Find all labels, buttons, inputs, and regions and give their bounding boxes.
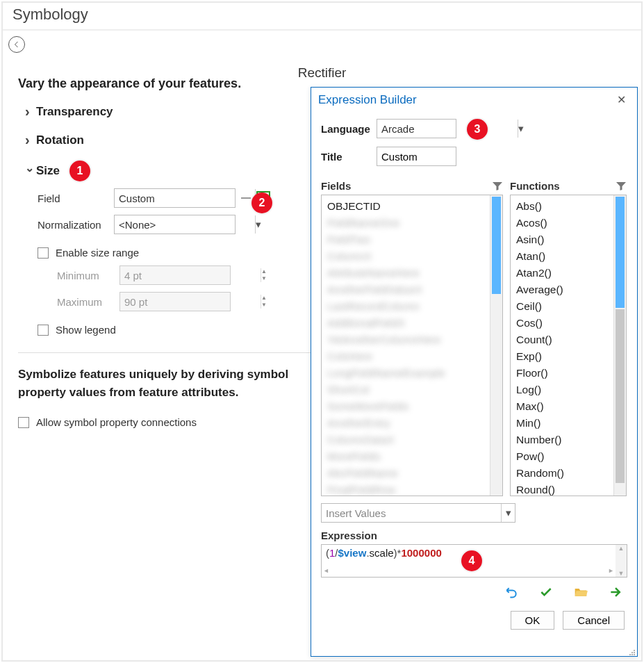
field-combo[interactable]: ▾: [114, 188, 236, 208]
list-item[interactable]: Round(): [515, 482, 609, 496]
list-item[interactable]: Asin(): [515, 231, 609, 248]
normalization-input[interactable]: [115, 219, 255, 231]
title-label: Title: [321, 151, 377, 163]
svg-point-3: [634, 654, 635, 655]
list-item[interactable]: Count(): [515, 332, 609, 348]
list-item[interactable]: FieldTwo: [326, 231, 486, 248]
scrollbar[interactable]: [490, 195, 502, 496]
list-item[interactable]: LongFieldNameExample: [326, 365, 486, 382]
normalization-label: Normalization: [38, 219, 114, 231]
list-item[interactable]: LastRecordColumn: [326, 298, 486, 315]
export-arrow-icon[interactable]: [608, 584, 623, 600]
list-item[interactable]: Abs(): [515, 198, 609, 215]
functions-listbox[interactable]: Abs()Acos()Asin()Atan()Atan2()Average()C…: [510, 195, 627, 496]
enable-size-range-label: Enable size range: [56, 247, 139, 259]
list-item[interactable]: ColsHere: [326, 348, 486, 365]
callout-3: 3: [467, 119, 488, 140]
maximum-spinner: ▲▼: [119, 292, 231, 311]
panel-title: Symbology: [3, 3, 641, 31]
list-item[interactable]: Acos(): [515, 215, 609, 231]
list-item[interactable]: ColumnX: [326, 248, 486, 265]
chevron-right-icon: [25, 104, 36, 120]
normalization-combo[interactable]: ▾: [114, 215, 236, 234]
list-item[interactable]: Atan(): [515, 248, 609, 265]
chevron-right-icon: [25, 132, 36, 148]
list-item[interactable]: Atan2(): [515, 265, 609, 281]
language-combo[interactable]: ▾: [377, 119, 456, 138]
language-label: Language: [321, 123, 377, 135]
svg-point-4: [631, 654, 633, 655]
expression-heading: Expression: [321, 530, 627, 541]
language-input[interactable]: [377, 123, 518, 135]
maximum-input: [120, 296, 261, 308]
list-item[interactable]: Number(): [515, 432, 609, 448]
fields-listbox[interactable]: OBJECTIDFieldNameOneFieldTwoColumnXAttri…: [321, 195, 503, 496]
list-item[interactable]: AnotherFieldValueX: [326, 281, 486, 298]
list-item[interactable]: SomeMoreFields: [326, 398, 486, 415]
list-item[interactable]: AnotherEntry: [326, 415, 486, 432]
back-button[interactable]: [8, 36, 25, 53]
chevron-down-icon: [25, 164, 36, 178]
cancel-button[interactable]: Cancel: [563, 611, 625, 630]
list-item[interactable]: FinalFieldRow: [326, 482, 486, 496]
list-item[interactable]: AdditionalFieldX: [326, 315, 486, 332]
list-item[interactable]: Floor(): [515, 365, 609, 382]
list-item[interactable]: Ceil(): [515, 298, 609, 315]
list-item[interactable]: Min(): [515, 415, 609, 432]
list-item[interactable]: FieldNameOne: [326, 215, 486, 231]
list-item[interactable]: ColumnDataX: [326, 432, 486, 448]
ok-button[interactable]: OK: [511, 611, 555, 630]
expression-builder-dialog: Expression Builder ✕ Language ▾ Title Fi…: [311, 87, 638, 657]
scrollbar[interactable]: [613, 195, 626, 496]
list-item[interactable]: MoreFields: [326, 448, 486, 465]
close-icon[interactable]: ✕: [613, 92, 630, 108]
list-item[interactable]: YetAnotherColumnHere: [326, 332, 486, 348]
layer-name: Rectifier: [3, 65, 641, 81]
validate-icon[interactable]: [538, 584, 554, 600]
spin-up-icon: ▲: [261, 268, 267, 275]
spin-down-icon: ▼: [261, 302, 267, 309]
title-input[interactable]: [377, 147, 456, 166]
section-rotation-label: Rotation: [36, 133, 84, 147]
insert-values-combo[interactable]: ▾: [321, 503, 515, 523]
section-transparency-label: Transparency: [36, 105, 113, 119]
enable-size-range-checkbox[interactable]: [38, 247, 49, 259]
list-item[interactable]: Random(): [515, 465, 609, 482]
show-legend-checkbox[interactable]: [38, 325, 49, 336]
svg-point-2: [631, 652, 633, 653]
field-input[interactable]: [115, 193, 255, 204]
show-legend-label: Show legend: [56, 324, 116, 336]
chevron-down-icon[interactable]: ▾: [255, 215, 261, 234]
allow-connections-checkbox[interactable]: [18, 417, 29, 428]
fields-heading: Fields: [321, 180, 351, 192]
scrollbar[interactable]: ▲▼: [616, 545, 627, 577]
chevron-down-icon[interactable]: ▾: [518, 120, 524, 138]
filter-icon[interactable]: [616, 181, 627, 192]
list-item[interactable]: Exp(): [515, 348, 609, 365]
minimum-label: Minimum: [57, 270, 119, 281]
filter-icon[interactable]: [492, 181, 503, 192]
list-item[interactable]: ShortCol: [326, 382, 486, 398]
list-item[interactable]: Pow(): [515, 448, 609, 465]
allow-connections-label: Allow symbol property connections: [36, 416, 197, 428]
svg-point-0: [634, 650, 635, 651]
chevron-down-icon[interactable]: ▾: [501, 504, 515, 522]
functions-heading: Functions: [510, 180, 560, 192]
list-item[interactable]: OBJECTID: [326, 198, 486, 215]
section-size-label: Size: [36, 164, 60, 178]
svg-point-1: [634, 652, 635, 653]
callout-1: 1: [69, 161, 90, 181]
list-item[interactable]: Average(): [515, 281, 609, 298]
list-item[interactable]: Cos(): [515, 315, 609, 332]
field-label: Field: [38, 193, 114, 204]
list-item[interactable]: AttributeNameHere: [326, 265, 486, 281]
resize-grip-icon[interactable]: [627, 646, 636, 655]
list-item[interactable]: Log(): [515, 382, 609, 398]
undo-icon[interactable]: [504, 584, 519, 600]
maximum-label: Maximum: [57, 296, 119, 308]
list-item[interactable]: Max(): [515, 398, 609, 415]
callout-2: 2: [251, 193, 272, 213]
folder-open-icon[interactable]: [573, 584, 588, 600]
insert-values-input[interactable]: [322, 507, 501, 519]
list-item[interactable]: AbcFieldName: [326, 465, 486, 482]
